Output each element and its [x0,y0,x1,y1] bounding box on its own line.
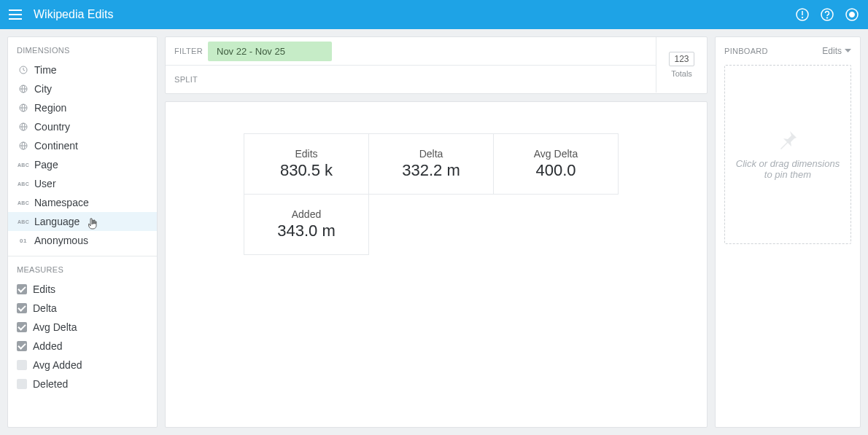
measure-edits[interactable]: Edits [8,280,157,299]
stat-value: 400.0 [535,161,576,180]
measure-label: Added [33,340,62,352]
dimension-namespace[interactable]: ABC Namespace [8,193,157,212]
dimension-region[interactable]: Region [8,98,157,117]
stat-label: Avg Delta [534,148,578,160]
measure-deleted[interactable]: Deleted [8,375,157,393]
totals-text: Totals [671,69,692,78]
measure-avg-delta[interactable]: Avg Delta [8,318,157,337]
dimension-label: Country [34,121,70,133]
dimension-label: Page [34,159,58,171]
measure-label: Edits [33,283,55,295]
svg-point-5 [802,17,803,18]
main-area: FILTER Nov 22 - Nov 25 SPLIT 123 Totals … [165,36,708,428]
abc-icon: ABC [17,216,30,227]
stat-value: 343.0 m [277,222,336,240]
stat-value: 332.2 m [402,161,460,180]
dimension-user[interactable]: ABC User [8,174,157,193]
pinboard-panel: PINBOARD Edits Click or drag dimensions … [715,36,861,428]
filter-label: FILTER [166,47,208,55]
totals-toggle[interactable]: 123 Totals [656,37,707,93]
checkbox-checked-icon[interactable] [17,303,27,313]
dimension-label: Continent [34,140,78,152]
globe-icon [17,141,30,151]
svg-point-9 [850,12,855,17]
app-header: Wikipedia Edits [0,0,868,29]
boolean-icon: 01 [17,235,30,246]
pinboard-dropzone[interactable]: Click or drag dimensions to pin them [724,65,851,244]
measure-avg-added[interactable]: Avg Added [8,356,157,375]
sidebar: DIMENSIONS Time City Region Country Cont… [7,36,158,428]
target-icon[interactable] [845,7,859,22]
measure-added[interactable]: Added [8,337,157,356]
menu-icon[interactable] [9,9,22,20]
measures-header: MEASURES [8,256,157,280]
stat-value: 830.5 k [280,161,333,180]
filter-chip-date[interactable]: Nov 22 - Nov 25 [208,42,332,61]
dimensions-header: DIMENSIONS [8,37,157,60]
measure-label: Avg Delta [33,321,77,333]
measure-delta[interactable]: Delta [8,299,157,318]
split-label: SPLIT [166,75,208,84]
abc-icon: ABC [17,197,30,208]
dimension-continent[interactable]: Continent [8,136,157,155]
dimension-language[interactable]: ABC Language [8,212,157,231]
pinboard-title: PINBOARD [724,47,768,55]
checkbox-checked-icon[interactable] [17,284,27,294]
abc-icon: ABC [17,179,30,189]
pinboard-placeholder: Click or drag dimensions to pin them [734,158,842,180]
help-icon[interactable] [820,7,834,22]
dimension-label: Namespace [34,197,89,208]
checkbox-checked-icon[interactable] [17,322,27,332]
svg-point-7 [826,17,828,19]
globe-icon [17,122,30,132]
stat-grid: Edits 830.5 k Delta 332.2 m Avg Delta 40… [244,134,621,255]
stat-card-edits[interactable]: Edits 830.5 k [244,133,369,195]
dimension-label: Time [34,64,57,76]
totals-number: 123 [669,52,694,66]
dimension-label: Region [34,102,66,114]
dimension-time[interactable]: Time [8,60,157,79]
checkbox-checked-icon[interactable] [17,341,27,351]
dimension-anonymous[interactable]: 01 Anonymous [8,231,157,250]
filter-bar: FILTER Nov 22 - Nov 25 SPLIT 123 Totals [165,36,708,94]
dimension-label: Anonymous [34,235,88,246]
measure-label: Avg Added [33,359,82,371]
stat-label: Delta [419,148,443,160]
dimension-country[interactable]: Country [8,117,157,136]
dimension-label: City [34,83,52,95]
dimension-city[interactable]: City [8,79,157,98]
pinboard-measure-select[interactable]: Edits [822,46,851,56]
globe-icon [17,84,30,94]
clock-icon [17,65,30,75]
measure-label: Deleted [33,378,68,390]
checkbox-unchecked-icon[interactable] [17,379,27,389]
dimension-page[interactable]: ABC Page [8,155,157,174]
stat-card-avg-delta[interactable]: Avg Delta 400.0 [493,133,619,195]
stat-card-delta[interactable]: Delta 332.2 m [368,133,494,195]
pin-icon [777,129,799,151]
visualization-panel: Edits 830.5 k Delta 332.2 m Avg Delta 40… [165,101,708,428]
stat-card-added[interactable]: Added 343.0 m [244,194,369,255]
alert-icon[interactable] [795,7,810,22]
pointer-cursor-icon [88,218,100,233]
globe-icon [17,103,30,113]
abc-icon: ABC [17,160,30,170]
app-title: Wikipedia Edits [34,8,795,21]
stat-label: Added [292,208,321,220]
pinboard-measure-label: Edits [822,46,842,56]
chevron-down-icon [845,49,851,53]
dimension-label: User [34,178,56,189]
stat-label: Edits [295,148,317,160]
checkbox-unchecked-icon[interactable] [17,360,27,370]
dimension-label: Language [34,216,80,227]
measure-label: Delta [33,302,57,314]
